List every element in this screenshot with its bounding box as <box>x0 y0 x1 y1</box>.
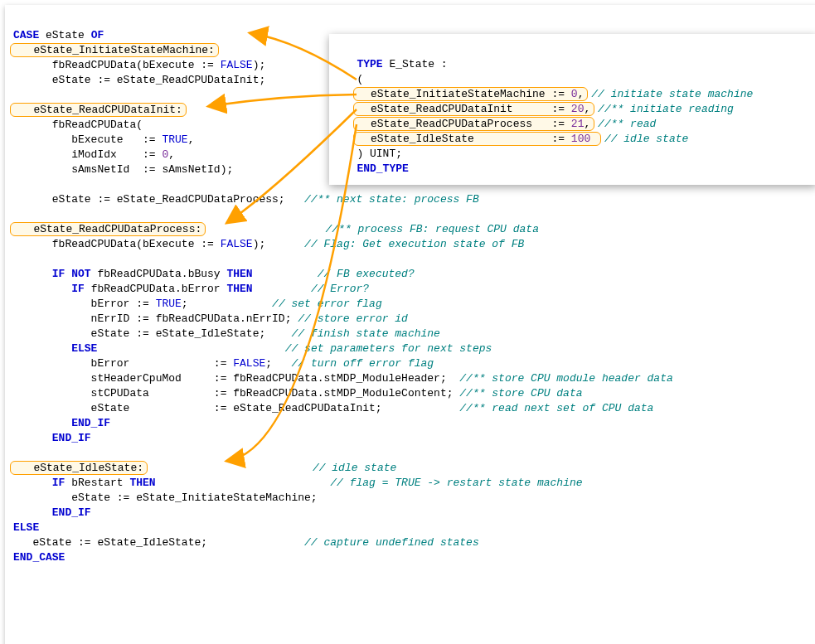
case-label-readcpudatainit: eState_ReadCPUDataInit: <box>10 103 187 117</box>
enum-idlestate: eState_IdleState := 100 <box>353 132 601 146</box>
case-label-idlestate: eState_IdleState: <box>10 461 148 475</box>
enum-readcpudatainit: eState_ReadCPUDataInit := 20, <box>353 102 594 116</box>
enum-initiate: eState_InitiateStateMachine := 0, <box>353 87 588 101</box>
case-label-readcpudataprocess: eState_ReadCPUDataProcess: <box>10 222 206 236</box>
kw-case: CASE <box>13 29 39 41</box>
type-definition-overlay: TYPE E_State : ( eState_InitiateStateMac… <box>329 34 815 185</box>
case-label-initiate: eState_InitiateStateMachine: <box>10 43 219 57</box>
enum-readcpudataprocess: eState_ReadCPUDataProcess := 21, <box>353 117 594 131</box>
